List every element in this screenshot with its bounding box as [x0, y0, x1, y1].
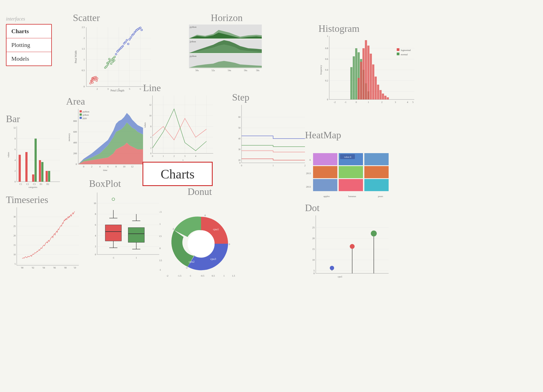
sidebar-item-plotting[interactable]: Plotting: [6, 38, 51, 52]
svg-rect-170: [128, 228, 144, 242]
heatmap-chart-container: HeatMap A 2013 2013 apples bananas pears…: [305, 129, 408, 202]
svg-point-336: [371, 231, 377, 236]
svg-text:python: python: [190, 55, 197, 57]
svg-rect-276: [353, 56, 355, 99]
svg-text:-2: -2: [334, 101, 336, 104]
line-title: Line: [143, 82, 219, 94]
svg-rect-294: [384, 96, 386, 99]
area-chart-container: Area 0 200 400 600 800 0 2 4 6 8 10 12 t…: [66, 96, 150, 171]
svg-text:1: 1: [159, 223, 161, 225]
svg-text:8: 8: [116, 165, 117, 168]
svg-text:cpu3: cpu3: [210, 257, 216, 260]
svg-text:1.5: 1.5: [82, 47, 85, 50]
svg-rect-288: [370, 54, 372, 99]
svg-text:-2: -2: [166, 274, 168, 277]
svg-text:cpu1: cpu1: [338, 275, 342, 278]
svg-text:bananas: bananas: [348, 195, 356, 198]
svg-text:6: 6: [95, 223, 96, 226]
svg-text:4: 4: [150, 136, 151, 139]
svg-text:2: 2: [381, 101, 383, 104]
svg-text:2: 2: [150, 147, 151, 149]
svg-text:50s: 50s: [195, 69, 199, 72]
svg-rect-120: [32, 174, 34, 182]
svg-text:-0.5: -0.5: [201, 274, 205, 277]
svg-rect-298: [397, 53, 399, 55]
svg-point-45: [106, 66, 107, 67]
svg-text:0.4: 0.4: [325, 68, 328, 71]
svg-text:12: 12: [131, 165, 134, 168]
svg-text:values: values: [144, 122, 146, 128]
svg-text:2.5: 2.5: [82, 26, 85, 29]
svg-point-46: [104, 67, 106, 68]
svg-rect-313: [339, 179, 363, 191]
svg-text:20: 20: [238, 159, 240, 161]
step-chart-container: Step 60 50 40 30 20 0 0 1 2: [232, 92, 310, 170]
svg-text:30: 30: [238, 148, 240, 151]
donut-title: Donut: [159, 186, 240, 197]
svg-text:0.5: 0.5: [212, 274, 215, 277]
sidebar-item-charts[interactable]: Charts: [6, 25, 51, 38]
svg-text:1: 1: [163, 155, 164, 157]
svg-text:-1: -1: [112, 256, 114, 259]
svg-point-65: [121, 47, 122, 48]
svg-text:python: python: [83, 110, 90, 113]
svg-point-43: [113, 57, 114, 59]
sidebar-nav: Charts Plotting Models: [6, 24, 52, 66]
svg-text:0: 0: [205, 214, 206, 217]
svg-rect-311: [364, 166, 389, 178]
svg-text:'00: '00: [21, 267, 23, 269]
svg-text:-1: -1: [159, 269, 161, 271]
svg-point-49: [114, 56, 116, 58]
svg-text:1: 1: [273, 164, 274, 167]
svg-rect-290: [375, 77, 377, 99]
svg-text:C2: C2: [26, 183, 29, 185]
svg-text:2: 2: [91, 165, 93, 168]
svg-text:3: 3: [395, 101, 396, 104]
svg-text:10: 10: [149, 115, 151, 117]
svg-text:2: 2: [174, 155, 175, 157]
svg-text:2: 2: [84, 37, 85, 39]
charts-center-box: Charts: [142, 162, 213, 186]
dot-chart-container: Dot 25 20 15 10 5 0 cpu1: [305, 202, 397, 280]
svg-text:memory: memory: [68, 133, 70, 141]
svg-text:0: 0: [229, 243, 230, 246]
svg-rect-164: [105, 225, 121, 241]
area-title: Area: [66, 96, 150, 107]
svg-text:0: 0: [15, 181, 16, 183]
svg-point-53: [126, 39, 128, 41]
svg-point-64: [141, 29, 142, 31]
svg-point-68: [117, 51, 118, 52]
svg-text:15: 15: [312, 248, 315, 250]
svg-text:jython: jython: [82, 114, 89, 116]
svg-text:2013: 2013: [306, 172, 311, 175]
svg-point-44: [113, 60, 115, 61]
svg-text:D1: D1: [40, 183, 42, 185]
svg-text:cpu1: cpu1: [213, 228, 219, 231]
svg-text:apples: apples: [324, 195, 330, 198]
svg-text:0: 0: [83, 165, 84, 168]
svg-rect-285: [362, 48, 365, 99]
sidebar-item-models[interactable]: Models: [6, 52, 51, 66]
svg-point-33: [92, 82, 93, 83]
bar-chart-container: Bar 0 2 4 6 8 12 values C1 C2 C3 D1 D2 c…: [6, 113, 65, 191]
svg-text:jypy: jypy: [82, 117, 87, 119]
heatmap-title: HeatMap: [305, 129, 408, 141]
svg-text:categories: categories: [29, 186, 37, 188]
svg-text:5: 5: [15, 263, 16, 265]
histogram-title: Histogram: [318, 23, 421, 34]
svg-text:cpu2: cpu2: [189, 260, 194, 263]
svg-text:1.5: 1.5: [159, 211, 162, 213]
svg-rect-284: [360, 62, 362, 99]
svg-point-40: [110, 63, 112, 64]
svg-text:2: 2: [97, 88, 98, 90]
svg-text:D2: D2: [46, 183, 49, 185]
svg-text:4: 4: [118, 88, 120, 90]
heatmap-svg: A 2013 2013 apples bananas pears value:4: [305, 142, 406, 202]
svg-text:4: 4: [15, 159, 16, 161]
svg-rect-122: [39, 160, 41, 182]
horizon-chart-container: Horizon python jython python 50s 52s 54s…: [189, 12, 264, 71]
area-svg: 0 200 400 600 800 0 2 4 6 8 10 12 time m…: [66, 108, 146, 174]
svg-text:values: values: [7, 152, 10, 157]
svg-point-35: [90, 82, 91, 84]
svg-text:10: 10: [94, 202, 96, 205]
